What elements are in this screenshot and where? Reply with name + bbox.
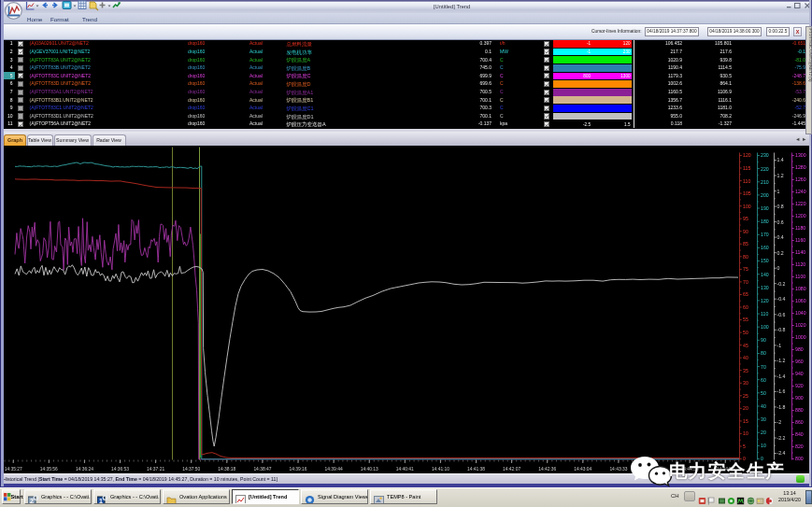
- svg-text:200: 200: [761, 191, 769, 197]
- svg-text:1.4: 1.4: [777, 157, 784, 162]
- svg-text:14:39:16: 14:39:16: [289, 466, 306, 471]
- svg-text:35: 35: [743, 367, 748, 373]
- svg-text:230: 230: [761, 152, 769, 158]
- svg-text:14:42:36: 14:42:36: [538, 466, 556, 471]
- svg-text:20: 20: [761, 430, 766, 435]
- svg-text:1: 1: [777, 188, 780, 193]
- svg-text:60: 60: [761, 376, 766, 382]
- svg-text:-2.2: -2.2: [777, 434, 786, 440]
- svg-text:14:43:04: 14:43:04: [574, 466, 591, 471]
- svg-text:10: 10: [743, 430, 748, 436]
- svg-text:-2: -2: [777, 419, 782, 425]
- svg-text:14:37:50: 14:37:50: [182, 466, 200, 471]
- svg-text:820: 820: [795, 444, 804, 449]
- svg-text:50: 50: [743, 330, 748, 335]
- svg-text:65: 65: [743, 291, 748, 297]
- svg-text:15: 15: [743, 417, 748, 423]
- svg-text:1000: 1000: [795, 334, 806, 340]
- svg-text:1120: 1120: [795, 261, 805, 267]
- svg-text:14:35:56: 14:35:56: [40, 466, 58, 471]
- svg-text:220: 220: [761, 165, 769, 171]
- svg-text:960: 960: [795, 359, 804, 364]
- svg-text:170: 170: [761, 232, 769, 237]
- svg-text:120: 120: [761, 297, 769, 303]
- svg-text:50: 50: [761, 389, 766, 395]
- svg-text:-2.4: -2.4: [777, 450, 786, 456]
- svg-text:100: 100: [761, 324, 769, 330]
- svg-text:1: 1: [99, 498, 103, 504]
- svg-text:14:35:27: 14:35:27: [5, 466, 22, 471]
- svg-text:60: 60: [743, 303, 748, 309]
- svg-text:900: 900: [795, 395, 804, 401]
- svg-text:40: 40: [761, 402, 766, 408]
- svg-text:55: 55: [743, 317, 748, 322]
- svg-text:14:36:53: 14:36:53: [111, 466, 129, 471]
- svg-text:2: 2: [30, 498, 34, 504]
- svg-text:1240: 1240: [795, 189, 806, 194]
- svg-text:20: 20: [743, 405, 748, 411]
- svg-text:105: 105: [743, 190, 751, 196]
- svg-text:14:41:10: 14:41:10: [432, 466, 449, 471]
- svg-text:800: 800: [795, 456, 804, 461]
- svg-text:1300: 1300: [795, 152, 806, 158]
- svg-text:0.2: 0.2: [777, 249, 784, 255]
- svg-text:180: 180: [761, 218, 769, 224]
- svg-text:150: 150: [761, 258, 769, 263]
- svg-text:1180: 1180: [795, 225, 805, 231]
- svg-text:0.8: 0.8: [777, 204, 784, 209]
- svg-text:190: 190: [761, 204, 769, 210]
- svg-text:1100: 1100: [795, 274, 805, 279]
- svg-text:70: 70: [761, 363, 766, 369]
- svg-text:14:42:07: 14:42:07: [503, 466, 520, 471]
- svg-text:5: 5: [743, 443, 746, 448]
- svg-text:-1.4: -1.4: [777, 373, 786, 378]
- svg-text:110: 110: [761, 311, 768, 317]
- svg-text:90: 90: [761, 337, 766, 343]
- svg-text:940: 940: [795, 371, 804, 376]
- svg-text:1220: 1220: [795, 201, 806, 206]
- svg-text:70: 70: [743, 278, 748, 284]
- svg-text:140: 140: [761, 271, 769, 276]
- svg-text:130: 130: [761, 284, 769, 289]
- svg-text:880: 880: [795, 407, 804, 413]
- svg-text:14:37:21: 14:37:21: [147, 466, 164, 471]
- svg-text:14:40:41: 14:40:41: [396, 466, 414, 471]
- svg-text:160: 160: [761, 245, 769, 250]
- svg-text:0.4: 0.4: [777, 234, 784, 240]
- svg-text:0.6: 0.6: [777, 218, 784, 224]
- svg-text:1080: 1080: [795, 286, 806, 291]
- svg-text:-0.2: -0.2: [777, 280, 786, 286]
- svg-text:110: 110: [743, 177, 750, 183]
- svg-text:25: 25: [743, 392, 748, 398]
- svg-text:14:43:33: 14:43:33: [609, 466, 627, 471]
- svg-text:14:41:38: 14:41:38: [467, 466, 485, 471]
- svg-text:14:36:24: 14:36:24: [76, 466, 93, 471]
- svg-text:115: 115: [743, 164, 750, 170]
- svg-text:980: 980: [795, 346, 804, 352]
- svg-text:30: 30: [743, 380, 748, 386]
- svg-text:14:38:47: 14:38:47: [253, 466, 271, 471]
- svg-text:-0.8: -0.8: [777, 327, 786, 332]
- svg-text:860: 860: [795, 419, 804, 425]
- svg-text:1040: 1040: [795, 310, 806, 316]
- svg-text:1160: 1160: [795, 237, 805, 243]
- svg-text:0: 0: [777, 265, 780, 271]
- svg-text:840: 840: [795, 431, 804, 437]
- svg-text:-1: -1: [777, 342, 782, 347]
- svg-text:90: 90: [743, 228, 748, 233]
- svg-text:1280: 1280: [795, 164, 806, 170]
- svg-text:-1.8: -1.8: [777, 403, 786, 409]
- svg-text:100: 100: [743, 203, 751, 208]
- svg-text:1.2: 1.2: [777, 172, 784, 177]
- svg-text:80: 80: [761, 350, 766, 356]
- svg-text:30: 30: [761, 416, 766, 422]
- svg-text:-1.6: -1.6: [777, 388, 786, 394]
- svg-text:920: 920: [795, 383, 804, 388]
- svg-text:1260: 1260: [795, 176, 806, 182]
- svg-text:40: 40: [743, 355, 748, 360]
- svg-text:85: 85: [743, 241, 748, 246]
- svg-text:120: 120: [743, 152, 751, 158]
- svg-text:14:38:18: 14:38:18: [218, 466, 235, 471]
- svg-text:95: 95: [743, 216, 748, 221]
- svg-text:210: 210: [761, 178, 769, 184]
